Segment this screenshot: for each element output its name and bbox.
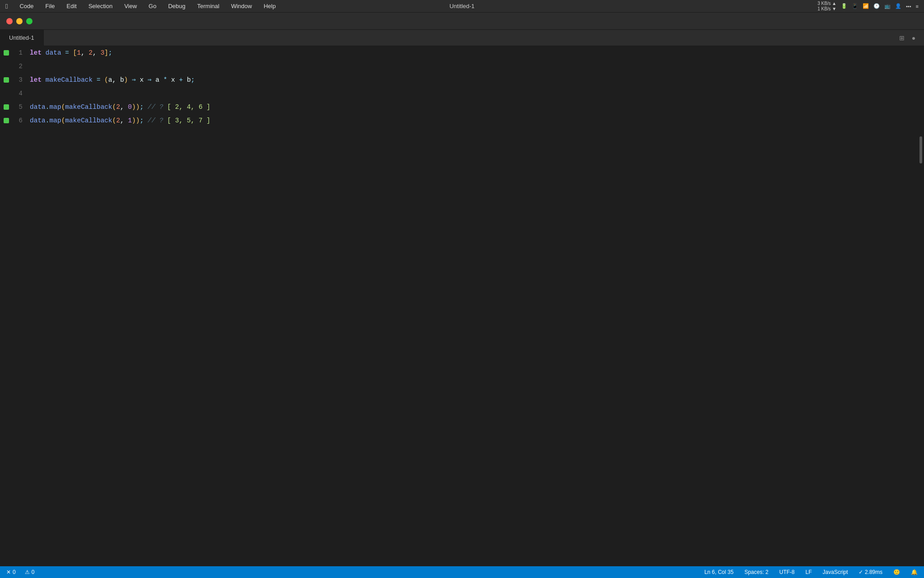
gutter-row-5: 5 — [0, 100, 23, 114]
line-number-3: 3 — [14, 76, 23, 84]
error-number: 0 — [13, 569, 16, 575]
user-icon: 👤 — [895, 3, 901, 9]
editor-container: 1 2 3 4 5 6 — [0, 46, 924, 566]
breakpoint-marker-6 — [4, 118, 9, 123]
list-icon: ≡ — [916, 4, 919, 9]
statusbar-right: Ln 6, Col 35 Spaces: 2 UTF-8 LF JavaScri… — [702, 569, 919, 575]
method-map-2: map — [50, 114, 61, 127]
menu-window[interactable]: Window — [229, 2, 254, 10]
keyword-let-3: let — [30, 73, 42, 87]
warning-number: 0 — [32, 569, 35, 575]
circle-indicator: ● — [910, 34, 918, 42]
code-line-1: let data = [1, 2, 3]; — [23, 46, 918, 60]
maximize-button[interactable] — [26, 18, 32, 24]
breakpoint-marker-3 — [4, 77, 9, 83]
code-line-4 — [23, 87, 918, 100]
gutter-row-1: 1 — [0, 46, 23, 60]
var-data: data — [46, 46, 61, 60]
gutter-row-4: 4 — [0, 87, 23, 100]
menubar-right: 3 KB/s ▲ 1 KB/s ▼ 🔋 📱 📶 🕐 📺 👤 ••• ≡ — [818, 1, 919, 12]
arrow-2: ⇒ — [148, 73, 152, 87]
cursor-position[interactable]: Ln 6, Col 35 — [702, 569, 735, 575]
line-number-2: 2 — [14, 63, 23, 70]
tab-untitled[interactable]: Untitled-1 — [0, 30, 44, 46]
gutter-row-3: 3 — [0, 73, 23, 87]
tab-actions: ⊞ ● — [898, 34, 924, 42]
comment-2: // ? — [148, 114, 163, 127]
more-icon: ••• — [906, 4, 911, 9]
line-number-6: 6 — [14, 117, 23, 124]
error-count[interactable]: ✕ 0 — [5, 569, 18, 575]
close-button[interactable] — [6, 18, 13, 24]
menu-help[interactable]: Help — [262, 2, 277, 10]
battery-icon: 🔋 — [841, 3, 847, 9]
breakpoint-6[interactable] — [2, 118, 11, 123]
warning-count[interactable]: ⚠ 0 — [23, 569, 37, 575]
inline-result-2: [ 3, 5, 7 ] — [167, 114, 211, 127]
tab-label: Untitled-1 — [9, 34, 34, 41]
error-icon: ✕ — [6, 569, 11, 575]
cast-icon: 📺 — [884, 3, 891, 9]
language-mode[interactable]: JavaScript — [821, 569, 850, 575]
statusbar-left: ✕ 0 ⚠ 0 — [5, 569, 36, 575]
keyword-let-1: let — [30, 46, 42, 60]
encoding[interactable]: UTF-8 — [777, 569, 796, 575]
notification-icon[interactable]: 🔔 — [909, 569, 919, 575]
menu-edit[interactable]: Edit — [65, 2, 79, 10]
menu-selection[interactable]: Selection — [87, 2, 114, 10]
scrollbar[interactable] — [918, 46, 924, 566]
breakpoint-5[interactable] — [2, 104, 11, 110]
traffic-lights — [6, 18, 32, 24]
line-number-4: 4 — [14, 90, 23, 97]
gutter-row-2: 2 — [0, 60, 23, 73]
code-line-3: let makeCallback = (a, b) ⇒ x ⇒ a * x + … — [23, 73, 918, 87]
menu-view[interactable]: View — [122, 2, 139, 10]
network-stats: 3 KB/s ▲ 1 KB/s ▼ — [818, 1, 836, 12]
statusbar: ✕ 0 ⚠ 0 Ln 6, Col 35 Spaces: 2 UTF-8 LF … — [0, 566, 924, 578]
var-makecallback: makeCallback — [46, 73, 92, 87]
window-title: Untitled-1 — [449, 3, 475, 9]
quokka-time[interactable]: ✓ 2.89ms — [857, 569, 884, 575]
apple-icon[interactable]:  — [5, 2, 8, 10]
smiley-icon[interactable]: 🙂 — [892, 569, 902, 575]
line-number-1: 1 — [14, 49, 23, 56]
titlebar — [0, 13, 924, 30]
menu-terminal[interactable]: Terminal — [195, 2, 221, 10]
breakpoint-marker-1 — [4, 50, 9, 56]
arrow-1: ⇒ — [132, 73, 136, 87]
indentation[interactable]: Spaces: 2 — [743, 569, 770, 575]
gutter-row-6: 6 — [0, 114, 23, 127]
warning-icon: ⚠ — [25, 569, 30, 575]
menu-debug[interactable]: Debug — [166, 2, 187, 10]
code-area[interactable]: let data = [1, 2, 3]; let makeCallback =… — [23, 46, 918, 566]
menubar:  Code File Edit Selection View Go Debug… — [0, 0, 924, 13]
gutter: 1 2 3 4 5 6 — [0, 46, 23, 566]
breakpoint-marker-5 — [4, 104, 9, 110]
code-line-2 — [23, 60, 918, 73]
code-line-6: data.map(makeCallback(2, 1)); // ? [ 3, … — [23, 114, 918, 127]
code-lines: let data = [1, 2, 3]; let makeCallback =… — [23, 46, 918, 127]
inline-result-1: [ 2, 4, 6 ] — [167, 100, 211, 114]
menu-go[interactable]: Go — [147, 2, 158, 10]
breakpoint-1[interactable] — [2, 50, 11, 56]
method-map-1: map — [50, 100, 61, 114]
code-line-5: data.map(makeCallback(2, 0)); // ? [ 2, … — [23, 100, 918, 114]
breakpoint-3[interactable] — [2, 77, 11, 83]
minimize-button[interactable] — [16, 18, 23, 24]
wifi-icon: 📶 — [863, 3, 869, 9]
comment-1: // ? — [148, 100, 163, 114]
split-editor-icon[interactable]: ⊞ — [898, 34, 906, 42]
scrollbar-thumb[interactable] — [919, 136, 922, 163]
fn-makecallback-2: makeCallback — [65, 114, 112, 127]
line-number-5: 5 — [14, 103, 23, 111]
menu-items:  Code File Edit Selection View Go Debug… — [5, 2, 277, 10]
tabbar: Untitled-1 ⊞ ● — [0, 30, 924, 46]
data-ref-1: data — [30, 100, 46, 114]
data-ref-2: data — [30, 114, 46, 127]
fn-makecallback-1: makeCallback — [65, 100, 112, 114]
menu-file[interactable]: File — [44, 2, 57, 10]
menu-code[interactable]: Code — [18, 2, 35, 10]
clock-icon: 🕐 — [873, 3, 880, 9]
line-ending[interactable]: LF — [804, 569, 813, 575]
phone-icon: 📱 — [852, 3, 858, 9]
